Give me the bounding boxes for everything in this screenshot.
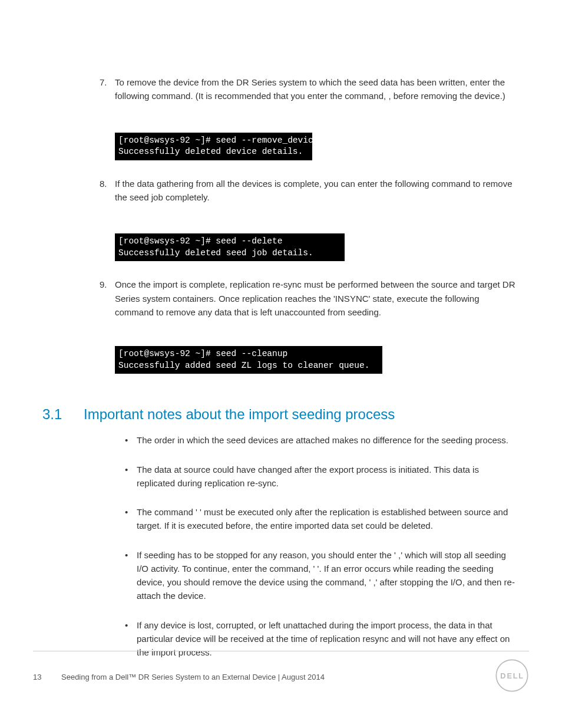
step-text: Once the import is complete, replication… [115, 278, 520, 319]
dell-logo-icon: D E L L [495, 658, 529, 693]
page-content: 7. To remove the device from the DR Seri… [0, 0, 562, 659]
list-item: • The command ' ' must be executed only … [118, 505, 520, 533]
bullet-icon: • [125, 505, 137, 533]
footer-divider [33, 651, 529, 651]
terminal-output-7: [root@swsys-92 ~]# seed --remove_device … [115, 133, 312, 160]
bullet-icon: • [125, 433, 137, 447]
step-7: 7. To remove the device from the DR Seri… [42, 75, 520, 103]
list-item: • If any device is lost, corrupted, or l… [118, 618, 520, 660]
section-number: 3.1 [42, 403, 84, 425]
footer-title: Seeding from a Dell™ DR Series System to… [61, 671, 325, 683]
terminal-output-8: [root@swsys-92 ~]# seed --delete Success… [115, 233, 345, 261]
bullet-text: The command ' ' must be executed only af… [137, 505, 520, 533]
page-footer: 13 Seeding from a Dell™ DR Series System… [33, 671, 529, 683]
page-number: 13 [33, 671, 61, 683]
bullet-text: The order in which the seed devices are … [137, 433, 520, 447]
section-title: Important notes about the import seeding… [84, 403, 395, 425]
section-heading: 3.1 Important notes about the import see… [42, 403, 520, 425]
step-9: 9. Once the import is complete, replicat… [42, 278, 520, 319]
list-item: • If seeding has to be stopped for any r… [118, 548, 520, 603]
bullet-text: If seeding has to be stopped for any rea… [137, 548, 520, 603]
bullet-icon: • [125, 463, 137, 490]
step-text: If the data gathering from all the devic… [115, 177, 520, 205]
svg-text:D E L L: D E L L [500, 671, 524, 680]
step-8: 8. If the data gathering from all the de… [42, 177, 520, 205]
bullet-list: • The order in which the seed devices ar… [118, 433, 520, 659]
bullet-text: If any device is lost, corrupted, or lef… [137, 618, 520, 660]
step-number: 8. [100, 177, 115, 205]
list-item: • The order in which the seed devices ar… [118, 433, 520, 447]
step-number: 9. [100, 278, 115, 319]
bullet-text: The data at source could have changed af… [137, 463, 520, 490]
step-number: 7. [100, 75, 115, 103]
terminal-output-9: [root@swsys-92 ~]# seed --cleanup Succes… [115, 346, 382, 374]
bullet-icon: • [125, 548, 137, 603]
bullet-icon: • [125, 618, 137, 660]
step-text: To remove the device from the DR Series … [115, 75, 520, 103]
list-item: • The data at source could have changed … [118, 463, 520, 490]
